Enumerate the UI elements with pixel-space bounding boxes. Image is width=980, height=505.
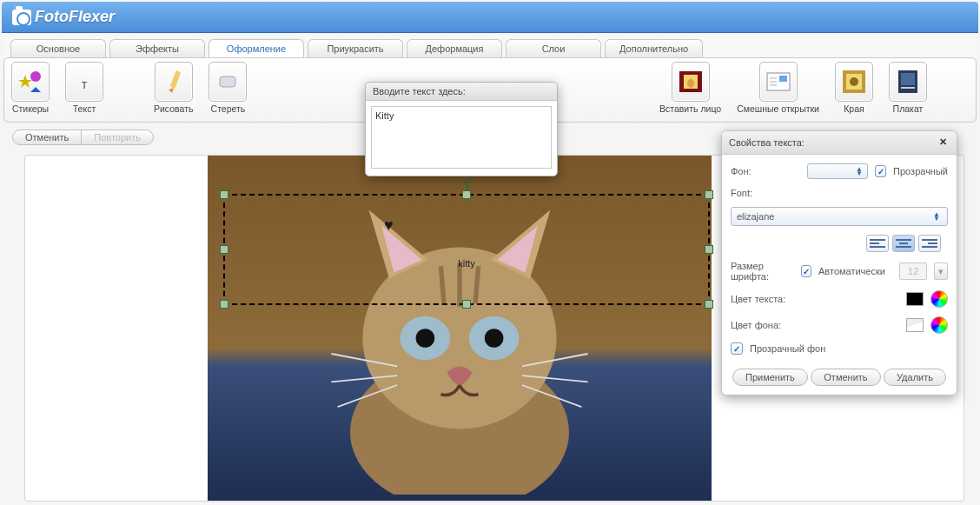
ribbon-label: Смешные открытки bbox=[737, 103, 819, 114]
tab-beautify[interactable]: Приукрасить bbox=[308, 39, 403, 58]
resize-handle-ml[interactable] bbox=[220, 245, 228, 254]
ribbon-label: Стикеры bbox=[12, 103, 49, 114]
main-tabs: Основное Эффекты Оформление Приукрасить … bbox=[3, 35, 977, 57]
size-value: 12 bbox=[899, 262, 928, 280]
auto-size-checkbox[interactable]: ✓ bbox=[801, 265, 811, 277]
bg-label: Фон: bbox=[731, 166, 800, 176]
svg-rect-19 bbox=[901, 73, 915, 85]
text-color-picker-icon[interactable] bbox=[930, 290, 948, 308]
svg-marker-2 bbox=[30, 87, 41, 92]
ribbon-insert-face[interactable]: Вставить лицо bbox=[659, 62, 721, 114]
svg-marker-0 bbox=[18, 75, 32, 88]
tab-effects[interactable]: Эффекты bbox=[109, 39, 205, 58]
text-entry-popup: Вводите текст здесь: bbox=[365, 82, 558, 176]
svg-point-26 bbox=[485, 329, 504, 348]
ribbon-label: Текст bbox=[73, 103, 96, 114]
brand-text: FotoFlexer bbox=[35, 8, 115, 26]
ribbon-text[interactable]: T Текст bbox=[65, 62, 103, 114]
ribbon-label: Вставить лицо bbox=[659, 103, 721, 114]
text-color-label: Цвет текста: bbox=[731, 294, 805, 304]
resize-handle-bl[interactable] bbox=[220, 300, 228, 309]
tab-advanced[interactable]: Дополнительно bbox=[605, 39, 703, 58]
transparent-bg-checkbox[interactable]: ✓ bbox=[731, 342, 743, 355]
svg-text:T: T bbox=[82, 80, 88, 90]
svg-rect-20 bbox=[901, 87, 915, 89]
svg-point-9 bbox=[687, 79, 694, 88]
text-color-swatch[interactable] bbox=[906, 292, 924, 306]
tab-distort[interactable]: Деформация bbox=[407, 39, 502, 58]
size-dropdown[interactable]: ▾ bbox=[934, 262, 948, 280]
resize-handle-tr[interactable] bbox=[705, 190, 713, 199]
postcard-icon bbox=[759, 62, 798, 102]
ribbon-label: Плакат bbox=[893, 103, 924, 114]
tab-layers[interactable]: Слои bbox=[506, 39, 601, 58]
resize-handle-bm[interactable] bbox=[462, 300, 471, 309]
delete-button[interactable]: Удалить bbox=[884, 369, 946, 386]
ribbon-label: Края bbox=[844, 103, 864, 114]
close-icon[interactable]: ✕ bbox=[936, 136, 950, 150]
align-left-button[interactable] bbox=[866, 235, 889, 252]
ribbon-poster[interactable]: Плакат bbox=[889, 62, 927, 114]
svg-point-1 bbox=[30, 71, 41, 82]
panel-title: Свойства текста: bbox=[729, 137, 805, 148]
svg-point-24 bbox=[416, 329, 435, 348]
bg-color-swatch[interactable] bbox=[906, 318, 924, 332]
logo: FotoFlexer bbox=[12, 8, 115, 26]
font-select[interactable]: elizajane ▲▼ bbox=[731, 207, 948, 226]
tab-decorate[interactable]: Оформление bbox=[209, 39, 304, 58]
bg-color-picker-icon[interactable] bbox=[930, 316, 948, 334]
svg-rect-11 bbox=[779, 76, 787, 82]
svg-rect-6 bbox=[220, 76, 235, 87]
svg-marker-5 bbox=[169, 88, 174, 93]
text-icon: T bbox=[65, 62, 103, 102]
align-center-button[interactable] bbox=[892, 235, 915, 252]
tab-basic[interactable]: Основное bbox=[10, 39, 106, 58]
auto-label: Автоматически bbox=[818, 266, 885, 276]
top-bar: FotoFlexer bbox=[2, 2, 978, 33]
ribbon-erase[interactable]: Стереть bbox=[209, 62, 247, 114]
ribbon-edges[interactable]: Края bbox=[835, 62, 873, 114]
stickers-icon bbox=[11, 62, 50, 102]
text-entry-textarea[interactable] bbox=[371, 106, 552, 169]
redo-button[interactable]: Повторить bbox=[81, 130, 153, 144]
text-selection-box[interactable]: ♥kitty bbox=[223, 194, 710, 305]
canvas-text[interactable]: ♥kitty bbox=[458, 220, 475, 280]
svg-point-17 bbox=[850, 77, 858, 86]
svg-rect-4 bbox=[169, 70, 180, 89]
ribbon-draw[interactable]: Рисовать bbox=[154, 62, 193, 114]
eraser-icon bbox=[209, 62, 247, 102]
size-label: Размер шрифта: bbox=[731, 261, 794, 282]
apply-button[interactable]: Применить bbox=[732, 369, 808, 386]
bg-color-label: Цвет фона: bbox=[731, 320, 805, 330]
ribbon-label: Рисовать bbox=[154, 103, 193, 114]
ribbon-funny-cards[interactable]: Смешные открытки bbox=[737, 62, 819, 114]
popup-title: Вводите текст здесь: bbox=[366, 83, 557, 101]
transparent-label: Прозрачный bbox=[893, 166, 948, 176]
cancel-button[interactable]: Отменить bbox=[811, 369, 880, 386]
font-label: Font: bbox=[731, 188, 752, 198]
transparent-checkbox[interactable]: ✓ bbox=[875, 165, 886, 177]
resize-handle-mr[interactable] bbox=[705, 245, 713, 254]
text-properties-panel: Свойства текста: ✕ Фон: ▲▼ ✓ Прозрачный … bbox=[721, 130, 957, 395]
camera-icon bbox=[12, 10, 31, 25]
align-right-button[interactable] bbox=[918, 235, 941, 252]
frame-icon bbox=[835, 62, 873, 102]
transparent-bg-label: Прозрачный фон bbox=[750, 343, 825, 354]
font-value: elizajane bbox=[737, 211, 774, 222]
resize-handle-tm[interactable] bbox=[462, 190, 471, 199]
ribbon-label: Стереть bbox=[211, 103, 246, 114]
bg-stepper[interactable]: ▲▼ bbox=[807, 163, 868, 179]
theater-icon bbox=[672, 62, 710, 102]
pencil-icon bbox=[155, 62, 193, 102]
undo-button[interactable]: Отменить bbox=[13, 130, 81, 144]
resize-handle-br[interactable] bbox=[705, 300, 713, 309]
poster-icon bbox=[889, 62, 927, 102]
resize-handle-tl[interactable] bbox=[220, 190, 228, 199]
ribbon-stickers[interactable]: Стикеры bbox=[11, 62, 50, 114]
